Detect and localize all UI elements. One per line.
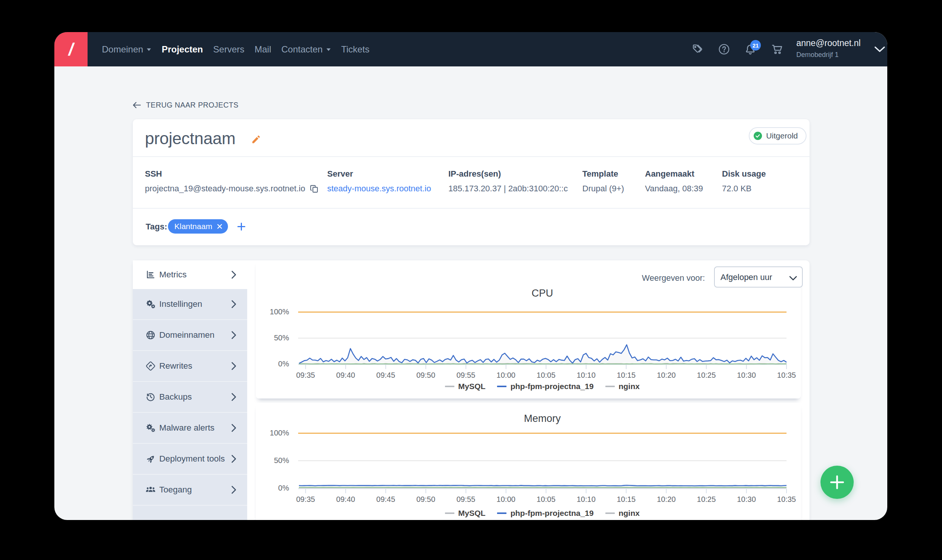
sidebar-item-malware-alerts[interactable]: Malware alerts	[133, 413, 247, 444]
sidebar-item-rewrites[interactable]: Rewrites	[133, 351, 247, 382]
legend-item[interactable]: MySQL	[445, 382, 485, 391]
x-tick-label: 10:10	[569, 371, 603, 380]
x-tick-label: 10:20	[649, 495, 683, 504]
x-tick-label: 09:45	[369, 371, 403, 380]
tag-remove-x-icon[interactable]	[217, 224, 222, 229]
sidebar-item-backups[interactable]: Backups	[133, 382, 247, 413]
nav-item-mail[interactable]: Mail	[254, 44, 271, 55]
brand-logo[interactable]: /	[54, 32, 88, 66]
legend-item[interactable]: php-fpm-projectna_19	[497, 382, 594, 391]
memory-chart-legend: MySQLphp-fpm-projectna_19nginx	[298, 509, 787, 518]
y-tick-label: 100%	[256, 308, 289, 316]
x-tick-label: 10:10	[569, 495, 603, 504]
x-tick-label: 09:55	[449, 371, 483, 380]
x-tick-label: 10:25	[690, 371, 723, 380]
logo-slash: /	[69, 39, 74, 60]
status-badge: Uitgerold	[749, 127, 807, 145]
sidebar-item-domeinnamen[interactable]: Domeinnamen	[133, 320, 247, 351]
app-window: / Domeinen Projecten Servers Mail Contac…	[54, 32, 887, 520]
sidebar-item-label: Malware alerts	[159, 423, 214, 433]
sidebar-item-partial[interactable]	[133, 506, 247, 520]
sidebar-item-label: Backups	[159, 392, 192, 402]
x-tick-label: 10:25	[690, 495, 723, 504]
detail-label: Template	[582, 169, 618, 179]
chevron-right-icon	[231, 331, 237, 340]
tags-icon[interactable]	[690, 32, 705, 66]
y-tick-label: 0%	[256, 360, 289, 368]
project-title: projectnaam	[145, 129, 236, 148]
detail-value: 72.0 KB	[722, 184, 751, 194]
y-tick-label: 100%	[256, 429, 289, 437]
user-menu[interactable]: anne@rootnet.nl Demobedrijf 1	[796, 38, 860, 59]
sidebar-item-deployment-tools[interactable]: Deployment tools	[133, 444, 247, 475]
metrics-icon	[145, 270, 156, 280]
chevron-right-icon	[231, 485, 237, 494]
gears-icon	[145, 299, 156, 309]
history-icon	[145, 392, 156, 402]
users-icon	[145, 485, 156, 495]
memory-chart-card: Memory 100%50%0% 09:3509:4009:4509:5009:…	[256, 403, 801, 520]
arrow-left-icon	[132, 102, 141, 109]
x-tick-label: 09:40	[329, 495, 363, 504]
sidebar-item-instellingen[interactable]: Instellingen	[133, 289, 247, 320]
plus-icon	[829, 474, 845, 490]
user-company: Demobedrijf 1	[796, 51, 860, 59]
nav-item-label: Tickets	[341, 44, 369, 55]
x-tick-label: 09:50	[409, 495, 443, 504]
sidebar-item-metrics[interactable]: Metrics	[133, 260, 247, 289]
detail-value-text: Drupal (9+)	[582, 184, 624, 194]
edit-pencil-icon[interactable]	[251, 134, 261, 146]
detail-value-text: 72.0 KB	[722, 184, 751, 194]
back-link-label: TERUG NAAR PROJECTS	[146, 101, 239, 109]
detail-value-text: 185.173.20.37 | 2a0b:3100:20::c	[448, 184, 568, 194]
legend-dash	[497, 386, 506, 387]
nav-item-tickets[interactable]: Tickets	[341, 44, 369, 55]
nav-item-label: Domeinen	[102, 44, 143, 55]
chevron-right-icon	[231, 270, 237, 279]
notification-count-badge[interactable]: 21	[750, 40, 761, 51]
legend-label: php-fpm-projectna_19	[510, 509, 594, 518]
detail-value[interactable]: steady-mouse.sys.rootnet.io	[327, 184, 431, 194]
legend-label: MySQL	[458, 382, 485, 391]
x-tick-label: 10:35	[770, 371, 803, 380]
screen-background: / Domeinen Projecten Servers Mail Contac…	[0, 0, 942, 560]
nav-item-servers[interactable]: Servers	[213, 44, 245, 55]
legend-label: MySQL	[458, 509, 485, 518]
add-fab-button[interactable]	[820, 466, 854, 499]
x-tick-label: 09:45	[369, 495, 403, 504]
back-link[interactable]: TERUG NAAR PROJECTS	[132, 101, 239, 109]
nav-item-contacten[interactable]: Contacten	[281, 44, 331, 55]
legend-item[interactable]: nginx	[605, 382, 640, 391]
add-tag-button[interactable]	[237, 223, 245, 231]
x-tick-label: 10:15	[609, 495, 643, 504]
status-label: Uitgerold	[766, 131, 798, 140]
caret-down-icon	[326, 48, 331, 51]
legend-dash	[445, 512, 454, 514]
x-tick-label: 09:55	[449, 495, 483, 504]
sidebar-item-label: Deployment tools	[159, 454, 225, 464]
sidebar-item-label: Domeinnamen	[159, 330, 214, 340]
detail-value: Drupal (9+)	[582, 184, 624, 194]
tag-pill-klantnaam[interactable]: Klantnaam	[168, 219, 228, 234]
sidebar-item-label: Toegang	[159, 485, 192, 495]
nav-item-projecten[interactable]: Projecten	[162, 44, 203, 55]
metrics-panel: Metrics Instellingen Domeinnamen Rewrite…	[133, 260, 810, 520]
tags-row: Tags: Klantnaam	[133, 208, 810, 245]
x-tick-label: 10:15	[609, 371, 643, 380]
legend-dash	[605, 512, 615, 514]
legend-item[interactable]: nginx	[605, 509, 640, 518]
cpu-chart-legend: MySQLphp-fpm-projectna_19nginx	[298, 382, 787, 391]
help-icon[interactable]	[716, 32, 731, 66]
user-email: anne@rootnet.nl	[796, 38, 860, 48]
cart-icon[interactable]	[770, 32, 785, 66]
copy-icon[interactable]	[309, 184, 319, 194]
nav-item-domeinen[interactable]: Domeinen	[102, 44, 151, 55]
legend-item[interactable]: MySQL	[445, 509, 485, 518]
detail-label: Server	[327, 169, 353, 179]
tag-label: Klantnaam	[174, 222, 212, 231]
top-navbar: / Domeinen Projecten Servers Mail Contac…	[54, 32, 887, 66]
sidebar-item-toegang[interactable]: Toegang	[133, 475, 247, 506]
cpu-chart-card: Weergeven voor: Afgelopen uur CPU 100%50…	[256, 260, 801, 398]
legend-item[interactable]: php-fpm-projectna_19	[497, 509, 594, 518]
user-chevron-down-icon[interactable]	[874, 46, 885, 54]
